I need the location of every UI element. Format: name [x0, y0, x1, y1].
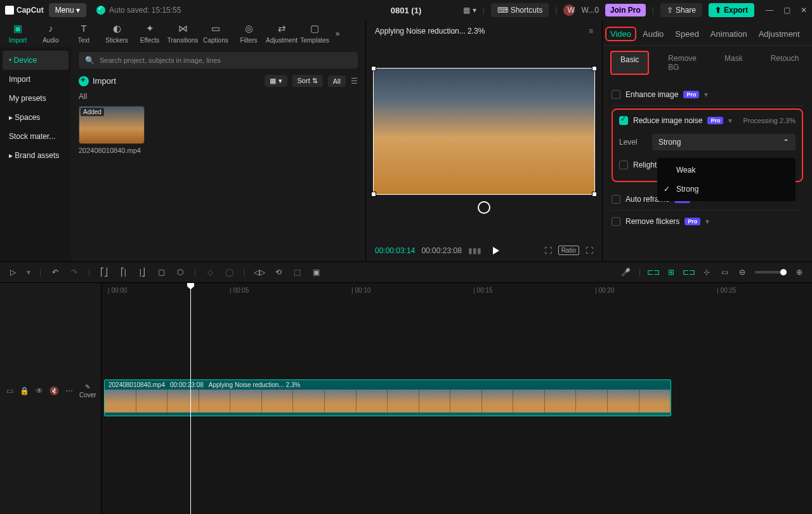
maximize-icon[interactable]: ▢ [783, 6, 790, 15]
eye-icon[interactable]: 👁 [36, 386, 43, 395]
sidebar-item-mypresets[interactable]: My presets [3, 89, 69, 108]
zoom-in-icon[interactable]: ⊕ [794, 267, 804, 277]
tool-tab-import[interactable]: ▣Import [1, 23, 34, 44]
inspector-tab-speed[interactable]: Speed [674, 25, 700, 45]
magnet1-icon[interactable]: ⊏⊐ [648, 267, 658, 277]
split-icon[interactable]: ⎡⎦ [99, 267, 109, 277]
checkbox[interactable] [612, 195, 620, 204]
option-weak[interactable]: Weak [657, 161, 796, 180]
playhead[interactable] [190, 283, 191, 514]
flickers-row[interactable]: Remove flickers Pro ▾ [612, 211, 803, 232]
tool-tab-captions[interactable]: ▭Captions [199, 23, 232, 44]
lock-icon[interactable]: 🔒 [20, 386, 29, 395]
split-left-icon[interactable]: ⎡| [118, 267, 128, 277]
checkbox[interactable] [612, 217, 620, 226]
tool-tab-text[interactable]: TText [67, 23, 100, 44]
shortcuts-button[interactable]: ⌨ Shortcuts [491, 3, 549, 17]
import-label[interactable]: Import [93, 76, 116, 86]
video-clip[interactable]: 202408010840.mp4 00:00:23:08 Applying No… [104, 379, 671, 416]
minimize-icon[interactable]: — [766, 6, 773, 15]
tool-tab-transitions[interactable]: ⋈Transitions [166, 23, 199, 44]
marker-icon[interactable]: ◇ [205, 267, 215, 277]
delete-icon[interactable]: ▢ [156, 267, 166, 277]
align-icon[interactable]: ⊹ [702, 267, 712, 277]
tool-tab-filters[interactable]: ◎Filters [232, 23, 265, 44]
enhance-icon[interactable]: ▣ [311, 267, 322, 277]
inspector-tab-adjustment[interactable]: Adjustment [757, 25, 801, 45]
redo-icon[interactable]: ↷ [69, 267, 79, 277]
checkbox[interactable] [612, 90, 620, 99]
cover-button[interactable]: ✎ Cover [79, 383, 96, 399]
video-canvas[interactable] [373, 68, 595, 195]
pointer-icon[interactable]: ▷ [8, 267, 18, 277]
time-total: 00:00:23:08 [421, 246, 461, 255]
media-thumb[interactable]: Added 202408010840.mp4 [79, 106, 145, 154]
circle-icon[interactable]: ◯ [224, 267, 234, 277]
sub-tab-basic[interactable]: Basic [610, 51, 649, 75]
chevron-down-icon[interactable]: ▾ [27, 268, 30, 277]
crop-icon[interactable]: ⬚ [292, 267, 303, 277]
option-strong[interactable]: Strong [657, 180, 796, 199]
checkbox[interactable] [619, 116, 628, 125]
sidebar-item-device[interactable]: • Device [3, 51, 69, 70]
inspector-tab-audio[interactable]: Audio [641, 25, 665, 45]
share-button[interactable]: ⇪ Share [660, 3, 702, 17]
zoom-slider[interactable] [755, 271, 787, 273]
search-input[interactable]: 🔍 Search project, subjects in image, lin… [79, 52, 358, 69]
clip-filename: 202408010840.mp4 [79, 147, 145, 154]
tool-tab-audio[interactable]: ♪Audio [34, 23, 67, 44]
chevron-down-icon[interactable]: ▾ [705, 217, 709, 226]
sidebar-item-brandassets[interactable]: ▸ Brand assets [3, 146, 69, 165]
sub-tab-remove-bg[interactable]: Remove BG [659, 51, 705, 75]
sidebar-item-spaces[interactable]: ▸ Spaces [3, 108, 69, 127]
mirror-icon[interactable]: ◁▷ [254, 267, 265, 277]
collapse-icon[interactable]: ▭ [6, 386, 13, 395]
shield-icon[interactable]: ⬡ [175, 267, 185, 277]
filter-icon[interactable]: ☰ [351, 77, 358, 86]
filter-all-button[interactable]: All [328, 76, 346, 87]
sub-tab-mask[interactable]: Mask [716, 51, 752, 75]
tool-tab-stickers[interactable]: ◐Stickers [100, 23, 133, 44]
play-button[interactable] [493, 247, 499, 254]
ratio-button[interactable]: Ratio [558, 246, 579, 255]
zoom-out-icon[interactable]: ⊖ [737, 267, 747, 277]
tool-tab-templates[interactable]: ▢Templates [298, 23, 331, 44]
enhance-row[interactable]: Enhance image Pro ▾ [612, 84, 803, 106]
join-pro-button[interactable]: Join Pro [605, 4, 646, 16]
tool-tab-adjustment[interactable]: ⇄Adjustment [265, 23, 298, 44]
more-tools-icon[interactable]: » [331, 23, 344, 44]
plus-icon[interactable] [79, 76, 89, 86]
checkbox[interactable] [619, 161, 628, 169]
split-right-icon[interactable]: |⎦ [137, 267, 147, 277]
inspector-tab-video[interactable]: Video [609, 25, 632, 45]
menu-icon[interactable]: ≡ [589, 27, 593, 36]
sort-button[interactable]: Sort ⇅ [292, 75, 323, 87]
columns-icon[interactable]: ▮▮▮ [468, 246, 481, 255]
mute-icon[interactable]: 🔇 [49, 386, 59, 395]
menu-button[interactable]: Menu ▾ [49, 3, 86, 17]
tool-tab-effects[interactable]: ✦Effects [133, 23, 166, 44]
chevron-down-icon[interactable]: ▾ [728, 116, 732, 125]
refresh-icon[interactable] [478, 201, 490, 214]
magnet3-icon[interactable]: ⊏⊐ [684, 267, 694, 277]
magnet2-icon[interactable]: ⊞ [666, 267, 676, 277]
view-grid-button[interactable]: ▦ ▾ [265, 75, 287, 87]
close-icon[interactable]: ✕ [801, 6, 807, 15]
mic-icon[interactable]: 🎤 [621, 267, 631, 277]
track-icon[interactable]: ▭ [719, 267, 730, 277]
inspector-tab-animation[interactable]: Animation [709, 25, 749, 45]
fullscreen-icon[interactable]: ⛶ [586, 246, 593, 255]
more-icon[interactable]: ⋯ [65, 386, 73, 395]
rotate-icon[interactable]: ⟲ [273, 267, 284, 277]
workspace-button[interactable]: W [563, 4, 575, 16]
sidebar-item-stockmater[interactable]: Stock mater... [3, 127, 69, 146]
level-dropdown[interactable]: Strong ⌃ [652, 134, 796, 150]
layout-icon[interactable]: ▦ ▾ [463, 6, 476, 15]
timeline-tracks[interactable]: | 00:00| 00:05| 00:10| 00:15| 00:20| 00:… [102, 283, 812, 514]
undo-icon[interactable]: ↶ [50, 267, 60, 277]
chevron-down-icon[interactable]: ▾ [704, 90, 708, 99]
export-button[interactable]: ⬆ Export [709, 3, 754, 17]
sidebar-item-import[interactable]: Import [3, 70, 69, 89]
scan-icon[interactable]: ⛶ [544, 246, 552, 255]
sub-tab-retouch[interactable]: Retouch [762, 51, 808, 75]
